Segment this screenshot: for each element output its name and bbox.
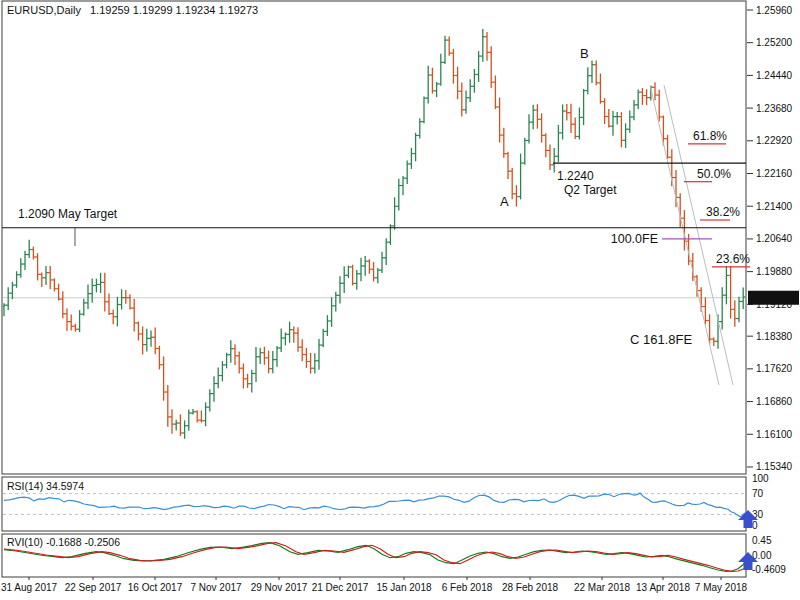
price-axis-label: 1.23680 <box>756 103 793 114</box>
date-axis-label: 16 Oct 2017 <box>128 582 183 593</box>
q2-target-label[interactable]: Q2 Target <box>564 183 617 197</box>
price-axis-label: 1.22160 <box>756 168 793 179</box>
date-axis-label: 21 Dec 2017 <box>312 582 369 593</box>
q2-target-price-label[interactable]: 1.2240 <box>557 169 594 183</box>
date-axis-label: 28 Feb 2018 <box>502 582 559 593</box>
rvi-scale-label: -0.4609 <box>752 564 786 575</box>
symbol-title: EURUSD,Daily1.19259 1.19299 1.19234 1.19… <box>7 4 258 16</box>
fib-level-label[interactable]: 61.8% <box>693 129 727 143</box>
trading-chart-window: 61.8%50.0%38.2%23.6%100.0FEC 161.8FEAB 1… <box>0 0 800 600</box>
price-axis-label: 1.18380 <box>756 331 793 342</box>
wave-label-b[interactable]: B <box>580 46 589 61</box>
fib-extension-label[interactable]: 100.0FE <box>611 232 658 246</box>
rsi-scale-label: 70 <box>752 488 764 499</box>
date-axis-label: 7 Nov 2017 <box>190 582 242 593</box>
price-axis-label: 1.20640 <box>756 233 793 244</box>
symbol-name: EURUSD,Daily <box>7 4 81 16</box>
date-axis-label: 29 Nov 2017 <box>251 582 308 593</box>
wave-label-a[interactable]: A <box>500 194 509 209</box>
price-axis-label: 1.21400 <box>756 201 793 212</box>
may-target-label[interactable]: 1.2090 May Target <box>18 207 118 221</box>
price-axis-label: 1.24440 <box>756 70 793 81</box>
date-axis-label: 31 Aug 2017 <box>1 582 58 593</box>
price-axis-label: 1.16100 <box>756 429 793 440</box>
price-axis-label: 1.19880 <box>756 266 793 277</box>
date-axis-label: 6 Feb 2018 <box>442 582 493 593</box>
fib-level-label[interactable]: 50.0% <box>697 167 731 181</box>
fib-level-label[interactable]: 38.2% <box>706 205 740 219</box>
price-axis-label: 1.22920 <box>756 135 793 146</box>
wave-c-extension-label[interactable]: C 161.8FE <box>630 332 692 347</box>
date-axis-label: 13 Apr 2018 <box>636 582 690 593</box>
rsi-scale-label: 100 <box>752 473 769 484</box>
rsi-panel[interactable] <box>2 477 746 531</box>
date-axis-label: 22 Mar 2018 <box>574 582 631 593</box>
price-axis-label: 1.17620 <box>756 363 793 374</box>
current-price-value: 1.19273 <box>755 292 792 303</box>
ohlc-quotes: 1.19259 1.19299 1.19234 1.19273 <box>90 4 258 16</box>
rvi-label: RVI(10) -0.1688 -0.2506 <box>7 536 120 548</box>
price-axis[interactable]: 1.259601.252001.244401.236801.229201.221… <box>747 5 799 473</box>
price-axis-label: 1.15340 <box>756 461 793 472</box>
date-axis[interactable]: 31 Aug 201722 Sep 201716 Oct 20177 Nov 2… <box>1 577 748 593</box>
price-axis-label: 1.25960 <box>756 5 793 16</box>
rsi-scale-label: 0 <box>752 520 758 531</box>
price-axis-label: 1.25200 <box>756 37 793 48</box>
date-axis-label: 15 Jan 2018 <box>376 582 431 593</box>
date-axis-label: 22 Sep 2017 <box>65 582 122 593</box>
fib-level-label[interactable]: 23.6% <box>716 252 750 266</box>
chart-canvas: 61.8%50.0%38.2%23.6%100.0FEC 161.8FEAB 1… <box>0 0 800 600</box>
rvi-scale-label: 0.45 <box>752 535 772 546</box>
date-axis-label: 7 May 2018 <box>695 582 748 593</box>
price-axis-label: 1.16860 <box>756 396 793 407</box>
rsi-label: RSI(14) 34.5974 <box>7 480 84 492</box>
